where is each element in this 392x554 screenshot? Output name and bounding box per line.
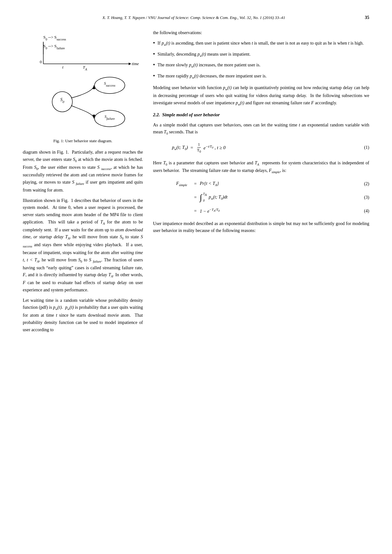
state-diagram: S_success --> S0 --> Ssuccess S_failure … (23, 29, 143, 137)
list-item-3-text: The more slowly pw(t) increases, the mor… (157, 61, 260, 69)
section-heading-2-2: 2.2. Simple model of user behavior (153, 111, 369, 119)
page: X. T. Hoang, T. T. Nguyen / VNU Journal … (0, 0, 392, 554)
eq3-equals: = (191, 194, 200, 201)
eq3-integrand: pw(t; T0)dt (208, 193, 228, 201)
final-paragraph: User impatience model described as an ex… (153, 220, 369, 234)
bullet-1: • (153, 40, 155, 47)
eq3-lower: 0 (203, 198, 207, 203)
left-para-3: Let waiting time is a random variable wh… (23, 297, 143, 333)
left-body-text: diagram shown in Fig. 1. Particularly, a… (23, 149, 143, 333)
section-intro-text: As a simple model that captures user beh… (153, 121, 369, 137)
figure-1: S_success --> S0 --> Ssuccess S_failure … (23, 29, 143, 143)
eq3-number: (3) (357, 194, 369, 201)
modeling-paragraph: Modeling user behavior with function pw(… (153, 84, 369, 107)
list-item-4: • The more rapidly pw(t) decreases, the … (153, 72, 369, 80)
param-paragraph: Here T0 is a parameter that captures use… (153, 159, 369, 175)
eq3-rhs: ∫ TA 0 pw(t; T0)dt (200, 192, 357, 203)
eq4-equals: = (191, 207, 200, 215)
label-s0-fail: S0 --> Sfailure (43, 44, 65, 50)
list-item-1-text: If pw(t) is ascending, then user is pati… (157, 40, 364, 47)
two-column-layout: S_success --> S0 --> Ssuccess S_failure … (23, 29, 369, 336)
list-item-2: • Similarly, descending pw(t) means user… (153, 51, 369, 58)
list-item-3: • The more slowly pw(t) increases, the m… (153, 61, 369, 69)
eq1-equals: = (190, 144, 193, 151)
list-item-2-text: Similarly, descending pw(t) means user i… (157, 51, 250, 58)
eq2-rhs: Pr{t < TA} (200, 180, 357, 188)
journal-title: X. T. Hoang, T. T. Nguyen / VNU Journal … (23, 15, 365, 20)
eq1-rhs: 1 T0 e−t/T0 , t ≥ 0 (196, 142, 226, 153)
eq1-numerator: 1 (197, 142, 201, 148)
time-arrow (129, 63, 131, 65)
eq4-number: (4) (357, 207, 369, 215)
equations-block: Fsimple = Pr{t < TA} (2) = ∫ TA (159, 180, 369, 215)
equation-1-block: pw(t; T0) = 1 T0 e−t/T0 , t ≥ 0 (1) (153, 142, 369, 153)
s0-label: S0 (60, 97, 64, 104)
arrow-s0-success (71, 85, 94, 98)
eq2-label: Fsimple (159, 180, 191, 188)
bullet-2: • (153, 51, 155, 58)
figure-caption: Fig. 1: User behavior state diagram. (23, 138, 143, 143)
right-column: the following observations: • If pw(t) i… (153, 29, 369, 336)
label-t: t (62, 65, 64, 70)
list-item-1: • If pw(t) is ascending, then user is pa… (153, 40, 369, 47)
equation-3-row: = ∫ TA 0 pw(t; T0)dt (3) (159, 192, 369, 203)
arrow-s0-failure (71, 106, 94, 119)
right-intro: the following observations: (153, 29, 369, 36)
eq1-fraction: 1 T0 (196, 142, 202, 153)
left-para-1: diagram shown in Fig. 1. Particularly, a… (23, 149, 143, 194)
state-diagram-svg: S_success --> S0 --> Ssuccess S_failure … (23, 29, 143, 137)
left-para-2: Illustration shown in Fig. 1 describes t… (23, 197, 143, 294)
time-label: time (132, 61, 139, 66)
eq1-number: (1) (364, 144, 369, 151)
eq3-int-bounds: TA 0 (203, 192, 207, 203)
eq2-equals: = (191, 180, 200, 187)
eq1-lhs: pw(t; T0) (172, 143, 188, 152)
left-column: S_success --> S0 --> Ssuccess S_failure … (23, 29, 143, 336)
list-item-4-text: The more rapidly pw(t) decreases, the mo… (157, 72, 266, 80)
label-ta: TA (83, 65, 87, 71)
eq1-condition: , t ≥ 0 (215, 144, 226, 151)
eq1-exp: e−t/T0 (204, 144, 213, 152)
bullet-3: • (153, 61, 155, 69)
eq1-denominator: T0 (196, 148, 202, 154)
label-s0-top: S0 --> Ssuccess (43, 35, 66, 41)
eq4-rhs: 1 − e−TA/T0 (200, 207, 357, 215)
sfailure-label: Sfailure (105, 114, 115, 120)
eq3-integral: ∫ (200, 193, 202, 202)
eq2-number: (2) (357, 180, 369, 187)
equation-2-row: Fsimple = Pr{t < TA} (2) (159, 180, 369, 188)
page-number: 35 (365, 15, 369, 20)
eq3-upper: TA (203, 192, 207, 198)
page-header: X. T. Hoang, T. T. Nguyen / VNU Journal … (23, 15, 369, 20)
equation-4-row: = 1 − e−TA/T0 (4) (159, 207, 369, 215)
observations-list: • If pw(t) is ascending, then user is pa… (153, 40, 369, 80)
bullet-4: • (153, 72, 155, 80)
label-zero: 0 (40, 59, 42, 64)
ssuccess-label: Ssuccess (104, 81, 115, 87)
section-heading-text: 2.2. Simple model of user behavior (153, 112, 220, 117)
right-body-text: the following observations: • If pw(t) i… (153, 29, 369, 234)
